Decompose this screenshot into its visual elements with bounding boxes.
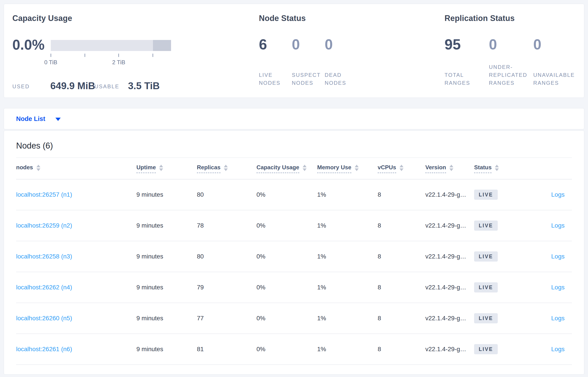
cell-node: localhost:26261 (n6) [16,346,136,353]
cell-status: LIVE [474,282,518,293]
summary-stat: 6 LIVE NODES [259,37,292,87]
cell-node: localhost:26260 (n5) [16,315,136,322]
node-link[interactable]: localhost:26259 (n2) [16,222,72,229]
cell-status: LIVE [474,190,518,200]
nodes-table-body: localhost:26257 (n1) 9 minutes 80 0% 1% … [16,179,572,365]
column-header[interactable]: vCPUs [378,164,425,173]
summary-stat: 0 SUSPECT NODES [292,37,325,87]
logs-link[interactable]: Logs [551,222,564,229]
cell-vcpus: 8 [378,346,425,353]
column-header[interactable]: Memory Use [317,164,378,173]
used-value: 649.9 MiB [50,80,95,91]
summary-stat-label: DEAD NODES [325,71,354,87]
tick-mark [153,54,153,57]
cell-capacity: 0% [257,346,317,353]
column-header[interactable]: Status [474,164,518,173]
sort-down-triangle [303,168,306,171]
column-header-label: Status [474,164,492,173]
usable-label: USABLE [94,83,119,90]
summary-stat-value: 0 [292,37,322,52]
cell-version: v22.1.4-29-g… [425,346,474,353]
cell-capacity: 0% [257,191,317,198]
column-header[interactable]: Uptime [136,164,197,173]
column-header[interactable]: nodes [16,164,136,173]
capacity-axis-tick [67,54,102,59]
cell-uptime: 9 minutes [136,315,197,322]
sort-up-triangle [303,165,306,167]
cell-replicas: 79 [197,284,257,291]
cell-logs: Logs [518,346,572,353]
node-link[interactable]: localhost:26262 (n4) [16,284,72,291]
column-header[interactable] [518,167,572,169]
cell-status: LIVE [474,251,518,261]
sort-icon [400,165,403,171]
cell-capacity: 0% [257,284,317,291]
summary-stat-value: 0 [533,37,575,52]
node-list-dropdown[interactable]: Node List [16,115,61,122]
cell-memory: 1% [317,346,378,353]
node-table-row: localhost:26260 (n5) 9 minutes 77 0% 1% … [16,303,572,334]
logs-link[interactable]: Logs [551,315,564,322]
sort-icon [303,165,306,171]
cell-vcpus: 8 [378,191,425,198]
cell-capacity: 0% [257,222,317,229]
sort-down-triangle [449,168,453,171]
column-header-label: Version [425,164,446,173]
tick-mark [84,54,85,57]
sort-up-triangle [355,165,359,167]
cell-logs: Logs [518,222,572,229]
nodes-heading: Nodes (6) [16,141,572,151]
node-link[interactable]: localhost:26258 (n3) [16,253,72,260]
tick-label: 0 TiB [44,59,57,66]
usable-value: 3.5 TiB [128,80,160,91]
cell-uptime: 9 minutes [136,191,197,198]
node-link[interactable]: localhost:26260 (n5) [16,315,72,322]
cell-version: v22.1.4-29-g… [425,191,474,198]
logs-link[interactable]: Logs [551,346,564,353]
tick-mark [50,54,51,57]
sort-icon [159,165,163,171]
node-status-stats: 6 LIVE NODES 0 SUSPECT NODES 0 DEAD NODE… [259,37,358,87]
node-table-row: localhost:26262 (n4) 9 minutes 79 0% 1% … [16,272,572,303]
cell-uptime: 9 minutes [136,222,197,229]
status-badge: LIVE [474,190,498,200]
sort-down-triangle [224,168,228,171]
cell-status: LIVE [474,221,518,231]
status-badge: LIVE [474,221,498,231]
column-header-label: Uptime [136,164,156,173]
logs-link[interactable]: Logs [551,191,564,198]
node-table-row: localhost:26258 (n3) 9 minutes 80 0% 1% … [16,241,572,272]
summary-stat-label: LIVE NODES [259,71,289,87]
node-link[interactable]: localhost:26257 (n1) [16,191,72,198]
node-table-row: localhost:26259 (n2) 9 minutes 78 0% 1% … [16,210,572,241]
logs-link[interactable]: Logs [551,284,564,291]
cell-version: v22.1.4-29-g… [425,253,474,260]
sort-icon [449,165,453,171]
sort-icon [36,165,40,171]
column-header[interactable]: Version [425,164,474,173]
cell-memory: 1% [317,315,378,322]
summary-stat: 0 UNDER- REPLICATED RANGES [489,37,533,87]
cell-logs: Logs [518,284,572,291]
cell-replicas: 77 [197,315,257,322]
summary-stat-value: 0 [325,37,354,52]
node-link[interactable]: localhost:26261 (n6) [16,346,72,353]
cell-logs: Logs [518,253,572,260]
summary-stat-label: UNDER- REPLICATED RANGES [489,63,530,87]
logs-link[interactable]: Logs [551,253,564,260]
node-list-dropdown-label: Node List [16,115,45,122]
node-table-row: localhost:26261 (n6) 9 minutes 81 0% 1% … [16,334,572,365]
cell-memory: 1% [317,222,378,229]
capacity-used-row: USED 649.9 MiB USABLE 3.5 TiB [12,76,233,92]
column-header[interactable]: Replicas [197,164,257,173]
cell-logs: Logs [518,315,572,322]
status-badge: LIVE [474,251,498,261]
sort-up-triangle [36,165,40,167]
cell-node: localhost:26258 (n3) [16,253,136,260]
cell-logs: Logs [518,191,572,198]
column-header[interactable]: Capacity Usage [257,164,317,173]
cell-uptime: 9 minutes [136,346,197,353]
cell-status: LIVE [474,344,518,354]
cell-replicas: 80 [197,191,257,198]
cell-uptime: 9 minutes [136,253,197,260]
